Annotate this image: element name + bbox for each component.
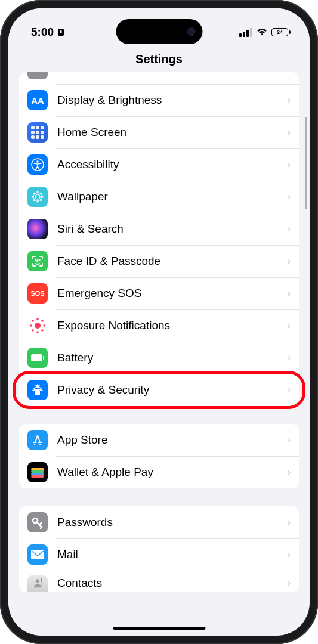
app-store-icon bbox=[27, 430, 48, 450]
row-label: Home Screen bbox=[57, 126, 288, 139]
contacts-icon bbox=[27, 575, 48, 592]
settings-row-home-screen[interactable]: Home Screen › bbox=[19, 116, 299, 148]
wallet-icon bbox=[27, 462, 48, 482]
accessibility-icon bbox=[27, 154, 48, 175]
chevron-right-icon: › bbox=[288, 320, 291, 331]
wifi-icon bbox=[257, 28, 267, 36]
svg-point-22 bbox=[32, 320, 34, 322]
settings-row-exposure[interactable]: Exposure Notifications › bbox=[19, 309, 299, 342]
chevron-right-icon: › bbox=[288, 288, 291, 299]
row-label: Wallpaper bbox=[57, 190, 288, 203]
settings-row-app-store[interactable]: App Store › bbox=[19, 424, 299, 456]
svg-point-34 bbox=[36, 579, 39, 583]
face-id-icon bbox=[27, 251, 48, 271]
svg-point-5 bbox=[35, 194, 40, 199]
svg-rect-27 bbox=[43, 356, 44, 360]
svg-point-24 bbox=[32, 329, 34, 332]
row-label: Accessibility bbox=[57, 158, 288, 171]
screen: 5:00 24 Settings AA bbox=[8, 8, 310, 636]
row-label: Siri & Search bbox=[57, 222, 288, 236]
settings-row-passwords[interactable]: Passwords › bbox=[19, 506, 299, 538]
status-time: 5:00 bbox=[31, 26, 54, 39]
chevron-right-icon: › bbox=[288, 578, 291, 589]
settings-section: Passwords › Mail › Contacts › bbox=[19, 506, 299, 592]
row-label: Mail bbox=[57, 548, 288, 561]
chevron-right-icon: › bbox=[288, 517, 291, 528]
svg-rect-36 bbox=[41, 582, 42, 586]
chevron-right-icon: › bbox=[288, 95, 291, 106]
svg-rect-29 bbox=[31, 470, 44, 473]
siri-icon bbox=[27, 219, 48, 239]
settings-row-face-id[interactable]: Face ID & Passcode › bbox=[19, 245, 299, 277]
svg-point-12 bbox=[40, 193, 41, 194]
settings-row-partial[interactable] bbox=[19, 72, 299, 84]
portrait-lock-icon bbox=[57, 28, 64, 36]
settings-section: AA Display & Brightness › Home Screen › … bbox=[19, 72, 299, 406]
svg-point-23 bbox=[41, 320, 44, 322]
svg-point-19 bbox=[36, 331, 39, 333]
svg-point-7 bbox=[37, 191, 38, 193]
settings-row-wallpaper[interactable]: Wallpaper › bbox=[19, 181, 299, 213]
privacy-icon bbox=[27, 380, 48, 400]
svg-point-17 bbox=[35, 323, 41, 329]
settings-row-mail[interactable]: Mail › bbox=[19, 538, 299, 571]
settings-row-display-brightness[interactable]: AA Display & Brightness › bbox=[19, 84, 299, 116]
chevron-right-icon: › bbox=[288, 549, 291, 560]
settings-list[interactable]: AA Display & Brightness › Home Screen › … bbox=[8, 72, 310, 636]
row-label: Emergency SOS bbox=[57, 287, 288, 300]
svg-point-10 bbox=[42, 196, 43, 197]
svg-point-25 bbox=[41, 329, 44, 332]
svg-rect-31 bbox=[31, 475, 44, 478]
scroll-indicator[interactable] bbox=[305, 117, 307, 209]
settings-row-siri-search[interactable]: Siri & Search › bbox=[19, 213, 299, 245]
wallpaper-icon bbox=[27, 187, 48, 207]
chevron-right-icon: › bbox=[288, 256, 291, 267]
settings-row-contacts[interactable]: Contacts › bbox=[19, 571, 299, 592]
svg-point-14 bbox=[40, 199, 41, 200]
display-brightness-icon: AA bbox=[27, 90, 48, 110]
svg-point-15 bbox=[35, 259, 36, 261]
cellular-signal-icon bbox=[239, 28, 252, 37]
settings-row-battery[interactable]: Battery › bbox=[19, 342, 299, 374]
home-screen-icon bbox=[27, 122, 48, 143]
passwords-icon bbox=[27, 512, 48, 532]
chevron-right-icon: › bbox=[288, 385, 291, 395]
front-camera bbox=[187, 27, 195, 36]
row-label: Passwords bbox=[57, 516, 288, 529]
phone-frame: 5:00 24 Settings AA bbox=[0, 0, 318, 644]
settings-row-wallet[interactable]: Wallet & Apple Pay › bbox=[19, 456, 299, 488]
row-label: Exposure Notifications bbox=[57, 319, 288, 332]
chevron-right-icon: › bbox=[288, 159, 291, 170]
page-title: Settings bbox=[8, 44, 310, 72]
svg-rect-30 bbox=[31, 473, 44, 475]
svg-rect-28 bbox=[31, 468, 44, 470]
settings-row-accessibility[interactable]: Accessibility › bbox=[19, 148, 299, 181]
sos-icon: SOS bbox=[27, 283, 48, 304]
battery-icon bbox=[27, 348, 48, 368]
chevron-right-icon: › bbox=[288, 127, 291, 138]
settings-row-emergency-sos[interactable]: SOS Emergency SOS › bbox=[19, 277, 299, 309]
svg-point-11 bbox=[33, 193, 35, 194]
mail-icon bbox=[27, 544, 48, 565]
svg-point-18 bbox=[36, 318, 39, 320]
svg-point-8 bbox=[37, 201, 38, 202]
battery-indicator: 24 bbox=[271, 28, 291, 36]
home-indicator[interactable] bbox=[113, 627, 205, 630]
row-label: Contacts bbox=[57, 577, 288, 590]
svg-point-4 bbox=[36, 160, 39, 163]
chevron-right-icon: › bbox=[288, 191, 291, 202]
svg-point-13 bbox=[33, 199, 35, 200]
row-label: App Store bbox=[57, 434, 288, 447]
generic-icon bbox=[27, 72, 48, 79]
svg-point-21 bbox=[43, 324, 45, 327]
chevron-right-icon: › bbox=[288, 435, 291, 445]
row-label: Battery bbox=[57, 351, 288, 364]
row-label: Privacy & Security bbox=[57, 383, 288, 397]
row-label: Wallet & Apple Pay bbox=[57, 466, 288, 479]
svg-rect-26 bbox=[31, 354, 42, 361]
row-label: Face ID & Passcode bbox=[57, 255, 288, 268]
settings-row-privacy-security[interactable]: Privacy & Security › bbox=[19, 374, 299, 406]
row-label: Display & Brightness bbox=[57, 94, 288, 107]
svg-rect-2 bbox=[60, 31, 62, 33]
chevron-right-icon: › bbox=[288, 467, 291, 478]
